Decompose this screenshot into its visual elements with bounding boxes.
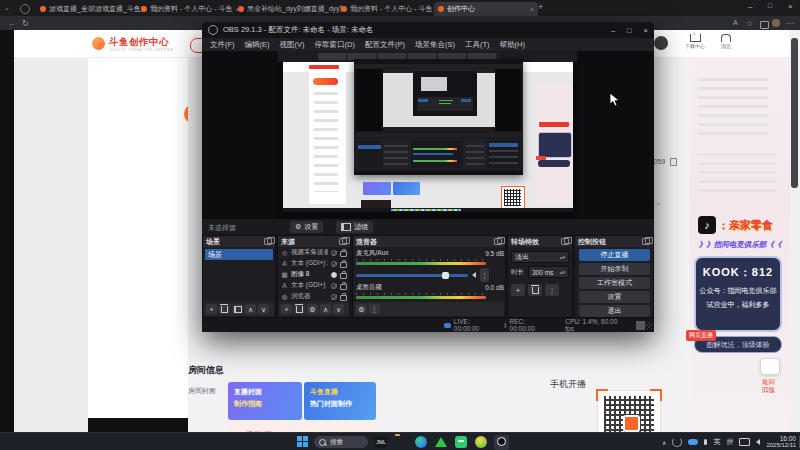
visibility-icon[interactable] xyxy=(331,283,337,289)
back-icon[interactable]: ← xyxy=(8,19,16,28)
messages[interactable]: 消息 xyxy=(714,34,738,49)
browser-tab[interactable]: 我的资料 - 个人中心 - 斗鱼× xyxy=(137,2,239,16)
remove-scene-button[interactable] xyxy=(219,304,230,314)
remove-transition-button[interactable] xyxy=(528,284,542,296)
app-icon-green[interactable] xyxy=(455,436,467,448)
file-explorer-icon[interactable] xyxy=(395,436,407,448)
settings-button[interactable]: 设置 xyxy=(579,291,650,303)
sync-icon[interactable] xyxy=(672,437,682,447)
transition-menu-icon[interactable]: ⋮ xyxy=(545,284,559,296)
microphone-icon[interactable] xyxy=(704,439,707,445)
menu-help[interactable]: 帮助(H) xyxy=(500,40,525,50)
menu-profile[interactable]: 配置文件(P) xyxy=(365,40,405,50)
menu-file[interactable]: 文件(F) xyxy=(210,40,235,50)
browser-tab-active[interactable]: 创作中心× xyxy=(434,2,538,16)
profile-avatar[interactable] xyxy=(772,19,780,27)
menu-tools[interactable]: 工具(T) xyxy=(465,40,490,50)
cloud-icon[interactable] xyxy=(688,439,698,445)
lock-icon[interactable] xyxy=(340,251,347,257)
dock-popout-icon[interactable] xyxy=(561,238,569,245)
stop-streaming-button[interactable]: 停止直播 xyxy=(579,249,650,261)
workspaces-icon[interactable] xyxy=(20,4,30,14)
start-button[interactable] xyxy=(297,436,309,448)
browser-tab[interactable]: 游戏直播_全部游戏直播_斗鱼直播× xyxy=(36,2,142,16)
browser-tab[interactable]: 黑金补给站_dyy刘娜直播_dyy刘...× xyxy=(234,2,342,16)
resize-grip[interactable] xyxy=(645,322,652,329)
app-icon-triangle[interactable] xyxy=(435,436,447,448)
scene-filters-button[interactable] xyxy=(232,304,243,314)
app-icon-jml[interactable]: JML xyxy=(375,436,387,448)
user-avatar[interactable] xyxy=(654,36,668,50)
menu-scene-collection[interactable]: 场景集合(S) xyxy=(415,40,455,50)
mixer-menu-icon[interactable]: ⋮ xyxy=(369,304,380,314)
source-filters-button[interactable]: 滤镜 xyxy=(336,221,373,233)
volume-slider[interactable] xyxy=(356,274,468,277)
display-icon[interactable] xyxy=(739,438,750,446)
source-up-button[interactable]: ∧ xyxy=(320,304,331,314)
add-transition-button[interactable]: + xyxy=(511,284,525,296)
start-recording-button[interactable]: 开始录制 xyxy=(579,263,650,275)
taskbar-search[interactable]: 搜索 xyxy=(314,436,368,448)
back-to-old-version[interactable]: 返回旧版 xyxy=(762,378,775,395)
source-properties-button[interactable]: ⚙ xyxy=(307,304,318,314)
menu-docks[interactable]: 停靠窗口(D) xyxy=(315,40,355,50)
window-minimize-button[interactable]: – xyxy=(748,2,752,11)
page-scrollbar-thumb[interactable] xyxy=(791,38,798,188)
clock[interactable]: 16:00 2025/12/11 xyxy=(766,435,796,450)
visibility-icon[interactable] xyxy=(331,261,337,267)
source-row[interactable]: ▩图像 8 xyxy=(278,269,350,280)
obs-taskbar-icon-active[interactable] xyxy=(494,435,509,450)
window-close-button[interactable]: × xyxy=(788,2,793,11)
favorites-bar-icon[interactable] xyxy=(760,21,769,29)
visibility-icon[interactable] xyxy=(331,272,337,278)
dock-popout-icon[interactable] xyxy=(264,238,272,245)
source-down-button[interactable]: ∨ xyxy=(333,304,344,314)
lock-icon[interactable] xyxy=(340,295,347,301)
source-row[interactable]: ◎视频采集设备 xyxy=(278,247,350,258)
volume-icon[interactable] xyxy=(756,439,760,445)
scene-item-selected[interactable]: 场景 xyxy=(205,249,273,260)
menu-view[interactable]: 视图(V) xyxy=(280,40,305,50)
favorite-star-icon[interactable]: ☆ xyxy=(746,19,753,28)
obs-minimize-button[interactable]: – xyxy=(611,26,615,35)
channel-menu-icon[interactable]: ⋮ xyxy=(480,268,489,282)
read-aloud-icon[interactable]: A xyxy=(733,19,738,26)
dock-popout-icon[interactable] xyxy=(339,238,347,245)
visibility-icon[interactable] xyxy=(331,250,337,256)
duration-spinbox[interactable]: 300 ms▴▾ xyxy=(528,266,569,278)
cover-guide-banner[interactable]: 直播封面 制作指南 xyxy=(228,382,302,420)
menu-edit[interactable]: 编辑(E) xyxy=(245,40,270,50)
source-row[interactable]: ◍浏览器 xyxy=(278,291,350,302)
scene-down-button[interactable]: ∨ xyxy=(258,304,269,314)
source-settings-button[interactable]: ⚙ 设置 xyxy=(290,221,323,233)
lock-icon[interactable] xyxy=(340,262,347,268)
source-row[interactable]: A文本 (GDI+) 2 xyxy=(278,258,350,269)
obs-maximize-button[interactable]: □ xyxy=(627,26,632,35)
feedback-bubble-icon[interactable] xyxy=(760,358,780,375)
transition-select[interactable]: 淡出▴▾ xyxy=(511,251,569,263)
browser-menu-icon[interactable]: ⋯ xyxy=(786,19,794,28)
studio-mode-button[interactable]: 工作室模式 xyxy=(579,277,650,289)
download-center[interactable]: ↓ 下载中心 xyxy=(680,34,710,49)
refresh-icon[interactable]: ↻ xyxy=(22,19,29,28)
lock-icon[interactable] xyxy=(340,273,347,279)
obs-close-button[interactable]: × xyxy=(644,26,648,35)
remove-source-button[interactable] xyxy=(294,304,305,314)
mixer-settings-icon[interactable]: ⚙ xyxy=(356,304,367,314)
browser-tab[interactable]: 我的资料 - 个人中心 - 斗鱼× xyxy=(337,2,439,16)
visibility-icon[interactable] xyxy=(331,294,337,300)
tray-chevron-icon[interactable]: ∧ xyxy=(662,439,666,446)
copy-icon[interactable] xyxy=(670,158,677,166)
new-tab-button[interactable]: + xyxy=(538,2,543,12)
obs-title-bar[interactable]: OBS 29.1.3 - 配置文件: 未命名 - 场景: 未命名 – □ × xyxy=(202,22,654,38)
speaker-icon[interactable] xyxy=(472,272,476,278)
hot-cover-banner[interactable]: 斗鱼直播 热门封面制作 xyxy=(304,382,376,420)
pause-icon[interactable]: ‖ xyxy=(504,322,507,329)
app-icon-ball[interactable] xyxy=(475,436,487,448)
dock-popout-icon[interactable] xyxy=(642,238,650,245)
ime-en-indicator[interactable]: 英 xyxy=(713,437,720,447)
obs-preview[interactable] xyxy=(202,51,654,219)
add-source-button[interactable]: + xyxy=(281,304,292,314)
tab-close-icon[interactable]: × xyxy=(530,6,534,13)
add-scene-button[interactable]: + xyxy=(206,304,217,314)
